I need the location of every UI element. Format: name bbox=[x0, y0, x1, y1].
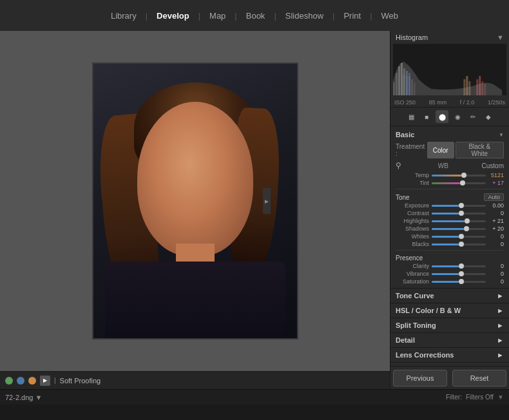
exposure-value: 0.00 bbox=[488, 202, 504, 209]
previous-button[interactable]: Previous bbox=[393, 370, 447, 387]
whites-track[interactable] bbox=[432, 236, 486, 238]
histogram-focal: 85 mm bbox=[429, 99, 447, 106]
tone-curve-label: Tone Curve bbox=[396, 292, 434, 300]
soft-proofing-label: Soft Proofing bbox=[60, 377, 101, 385]
separator-bar: | bbox=[54, 377, 56, 384]
play-button[interactable]: ▶ bbox=[40, 376, 50, 386]
nav-develop[interactable]: Develop bbox=[153, 8, 193, 23]
contrast-value: 0 bbox=[488, 210, 504, 216]
histogram-svg bbox=[393, 44, 506, 95]
tone-curve-panel[interactable]: Tone Curve ► bbox=[390, 289, 509, 303]
highlights-value: + 21 bbox=[488, 218, 504, 224]
lens-corrections-panel[interactable]: Lens Corrections ► bbox=[390, 348, 509, 363]
panels-scroll[interactable]: Basic ▼ Treatment : Color Black & White … bbox=[390, 126, 509, 366]
basic-panel-header[interactable]: Basic ▼ bbox=[390, 129, 509, 140]
detail-panel[interactable]: Detail ► bbox=[390, 333, 509, 348]
hsl-panel[interactable]: HSL / Color / B & W ► bbox=[390, 303, 509, 318]
nav-print[interactable]: Print bbox=[340, 8, 365, 23]
nav-web[interactable]: Web bbox=[378, 8, 403, 23]
highlights-track[interactable] bbox=[432, 220, 486, 222]
left-area: ► ▶ | Soft Proofing bbox=[0, 31, 390, 389]
saturation-track[interactable] bbox=[432, 281, 486, 283]
shadows-thumb[interactable] bbox=[464, 226, 469, 231]
right-panel-expand[interactable]: ► bbox=[263, 188, 271, 214]
bw-button[interactable]: Black & White bbox=[456, 142, 504, 158]
exposure-fill bbox=[432, 205, 459, 207]
clarity-track[interactable] bbox=[432, 265, 486, 267]
filename-dropdown-icon[interactable]: ▼ bbox=[35, 394, 42, 401]
vibrance-label: Vibrance bbox=[396, 271, 429, 277]
tone-label: Tone bbox=[396, 194, 410, 201]
tool-redeye[interactable]: ◉ bbox=[451, 110, 464, 123]
tone-curve-toggle[interactable]: ► bbox=[497, 292, 504, 300]
saturation-thumb[interactable] bbox=[459, 279, 464, 284]
contrast-slider-row: Contrast 0 bbox=[390, 209, 509, 217]
tool-brush[interactable]: ✏ bbox=[466, 110, 479, 123]
top-navigation: Library | Develop | Map | Book | Slidesh… bbox=[0, 0, 509, 31]
contrast-thumb[interactable] bbox=[459, 211, 464, 216]
nav-slideshow[interactable]: Slideshow bbox=[282, 8, 327, 23]
treatment-row: Treatment : Color Black & White bbox=[390, 140, 509, 160]
filter-toggle-icon[interactable]: ▼ bbox=[497, 394, 504, 401]
nav-library[interactable]: Library bbox=[107, 8, 140, 23]
vibrance-track[interactable] bbox=[432, 273, 486, 275]
contrast-label: Contrast bbox=[396, 210, 429, 216]
treatment-buttons: Color Black & White bbox=[427, 142, 504, 158]
shadows-track[interactable] bbox=[432, 228, 486, 230]
main-area: ► ▶ | Soft Proofing Histogram ▼ bbox=[0, 31, 509, 389]
hsl-toggle[interactable]: ► bbox=[497, 307, 504, 314]
tint-fill bbox=[432, 182, 460, 184]
split-toning-panel[interactable]: Split Toning ► bbox=[390, 318, 509, 333]
tint-track[interactable] bbox=[432, 182, 486, 184]
tool-gradient[interactable]: ◆ bbox=[482, 110, 495, 123]
eyedropper-icon[interactable]: ⚲ bbox=[396, 161, 405, 170]
temp-thumb[interactable] bbox=[461, 173, 466, 178]
split-toning-toggle[interactable]: ► bbox=[497, 321, 504, 329]
histogram-shutter: 1/250s bbox=[488, 99, 505, 106]
exposure-thumb[interactable] bbox=[459, 203, 464, 208]
reset-button[interactable]: Reset bbox=[452, 370, 506, 387]
nav-sep-3: | bbox=[235, 11, 236, 21]
detail-toggle[interactable]: ► bbox=[497, 336, 504, 344]
blacks-value: 0 bbox=[488, 241, 504, 247]
blacks-label: Blacks bbox=[396, 241, 429, 247]
tool-crop[interactable]: ■ bbox=[420, 110, 433, 123]
whites-fill bbox=[432, 236, 459, 238]
basic-panel: Basic ▼ Treatment : Color Black & White … bbox=[390, 126, 509, 289]
tint-slider-row: Tint + 17 bbox=[390, 179, 509, 187]
highlights-fill bbox=[432, 220, 465, 222]
lens-corrections-toggle[interactable]: ► bbox=[497, 351, 504, 359]
histogram-iso: ISO 250 bbox=[394, 99, 416, 106]
nav-sep-1: | bbox=[146, 11, 148, 21]
filter-value: Filters Off bbox=[466, 394, 494, 401]
exposure-track[interactable] bbox=[432, 205, 486, 207]
auto-button[interactable]: Auto bbox=[484, 193, 504, 201]
histogram-section: Histogram ▼ bbox=[390, 31, 509, 108]
basic-panel-toggle[interactable]: ▼ bbox=[499, 132, 504, 138]
nav-map[interactable]: Map bbox=[206, 8, 229, 23]
tool-histogram[interactable]: ▦ bbox=[405, 110, 418, 123]
blacks-track[interactable] bbox=[432, 243, 486, 245]
dot-blue bbox=[17, 377, 24, 385]
tint-label: Tint bbox=[396, 180, 429, 186]
nav-sep-2: | bbox=[198, 11, 200, 21]
saturation-value: 0 bbox=[488, 278, 504, 285]
color-button[interactable]: Color bbox=[427, 142, 454, 158]
histogram-aperture: f / 2.0 bbox=[460, 99, 475, 106]
tool-adjustments[interactable]: ⬤ bbox=[436, 110, 448, 123]
clarity-thumb[interactable] bbox=[459, 263, 464, 269]
nav-book[interactable]: Book bbox=[242, 8, 269, 23]
right-bottom-buttons: Previous Reset bbox=[390, 366, 509, 389]
highlights-thumb[interactable] bbox=[465, 218, 470, 224]
whites-label: Whites bbox=[396, 233, 429, 240]
blacks-thumb[interactable] bbox=[459, 242, 464, 247]
vibrance-thumb[interactable] bbox=[459, 271, 464, 276]
contrast-track[interactable] bbox=[432, 213, 486, 215]
treatment-label: Treatment : bbox=[396, 143, 427, 157]
dot-green bbox=[5, 377, 13, 385]
tint-thumb[interactable] bbox=[460, 180, 465, 186]
temp-track[interactable] bbox=[432, 175, 486, 177]
exposure-label: Exposure bbox=[396, 202, 429, 209]
whites-thumb[interactable] bbox=[459, 234, 464, 239]
histogram-toggle[interactable]: ▼ bbox=[497, 33, 504, 41]
